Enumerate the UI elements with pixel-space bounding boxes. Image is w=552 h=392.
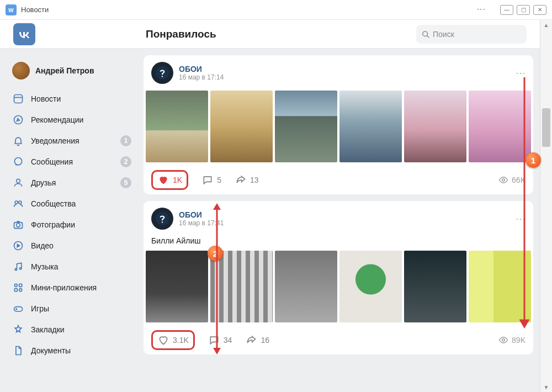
- community-avatar[interactable]: [151, 62, 173, 84]
- svg-point-0: [423, 31, 428, 36]
- eye-icon: [498, 335, 508, 345]
- sidebar-item-games[interactable]: Игры: [7, 298, 137, 319]
- view-count: 66K: [498, 175, 526, 185]
- scrollbar[interactable]: ▲ ▼: [540, 20, 552, 392]
- svg-rect-14: [14, 289, 17, 292]
- community-avatar[interactable]: [151, 208, 173, 230]
- post-image[interactable]: [339, 91, 402, 162]
- post-images: [144, 251, 533, 326]
- comment-icon: [208, 334, 220, 346]
- svg-rect-16: [14, 307, 23, 311]
- window-titlebar: w Новости ⋮ — ▢ ✕: [0, 0, 552, 20]
- sidebar-item-messages[interactable]: Сообщения 2: [7, 151, 137, 172]
- badge: 2: [120, 156, 131, 167]
- comment-button[interactable]: 5: [201, 174, 221, 186]
- post-image[interactable]: [275, 91, 337, 162]
- sidebar-item-documents[interactable]: Документы: [7, 340, 137, 361]
- feed: ОБОИ 16 мар в 17:14 ⋯: [144, 49, 540, 370]
- svg-point-10: [15, 268, 17, 270]
- svg-point-5: [15, 201, 18, 204]
- scroll-down-arrow[interactable]: ▼: [540, 382, 552, 392]
- sidebar-item-label: Мини-приложения: [31, 283, 97, 292]
- sidebar-item-label: Игры: [31, 304, 49, 313]
- post-author[interactable]: ОБОИ: [179, 65, 224, 73]
- maximize-button[interactable]: ▢: [517, 5, 530, 15]
- avatar: [12, 62, 30, 80]
- camera-icon: [12, 219, 24, 231]
- svg-point-19: [156, 212, 169, 225]
- share-icon: [245, 334, 257, 346]
- sidebar-item-recommendations[interactable]: Рекомендации: [7, 109, 137, 130]
- post-time: 16 мар в 17:41: [179, 219, 224, 227]
- post-image[interactable]: [339, 251, 402, 322]
- post-image[interactable]: [404, 91, 466, 162]
- overflow-menu-icon[interactable]: ⋮: [476, 5, 486, 14]
- post-menu-icon[interactable]: ⋯: [516, 213, 526, 225]
- post-author[interactable]: ОБОИ: [179, 210, 224, 219]
- svg-point-6: [19, 201, 22, 204]
- video-icon: [12, 240, 24, 252]
- sidebar-item-photos[interactable]: Фотографии: [7, 214, 137, 235]
- scroll-thumb[interactable]: [542, 108, 550, 147]
- svg-point-3: [14, 158, 22, 165]
- window-title: Новости: [21, 6, 49, 14]
- sidebar-item-communities[interactable]: Сообщества: [7, 193, 137, 214]
- friends-icon: [12, 177, 24, 189]
- sidebar-item-music[interactable]: Музыка: [7, 256, 137, 277]
- badge: 5: [120, 177, 131, 188]
- svg-point-18: [502, 179, 505, 182]
- vk-logo[interactable]: [13, 23, 35, 45]
- eye-icon: [498, 175, 508, 185]
- post-images: [144, 91, 533, 166]
- sidebar-item-notifications[interactable]: Уведомления 1: [7, 130, 137, 151]
- sidebar-item-mini-apps[interactable]: Мини-приложения: [7, 277, 137, 298]
- svg-point-2: [14, 116, 23, 124]
- bookmark-icon: [12, 324, 24, 336]
- minimize-button[interactable]: —: [500, 5, 513, 15]
- svg-point-20: [502, 339, 505, 342]
- close-button[interactable]: ✕: [533, 5, 546, 15]
- svg-rect-13: [19, 284, 22, 287]
- sidebar-item-label: Фотографии: [31, 220, 75, 229]
- view-count: 89K: [498, 335, 526, 345]
- comment-icon: [201, 174, 214, 186]
- post-image[interactable]: [469, 251, 531, 322]
- communities-icon: [12, 198, 24, 210]
- post-image[interactable]: [146, 251, 208, 322]
- post-menu-icon[interactable]: ⋯: [516, 67, 526, 79]
- scroll-up-arrow[interactable]: ▲: [540, 20, 552, 30]
- topbar: Понравилось Поиск: [0, 20, 540, 49]
- sidebar-item-label: Документы: [31, 346, 71, 355]
- sidebar-item-label: Сообщения: [31, 157, 73, 166]
- sidebar-item-friends[interactable]: Друзья 5: [7, 172, 137, 193]
- sidebar-item-label: Рекомендации: [31, 115, 83, 124]
- page-title: Понравилось: [146, 28, 216, 40]
- sidebar-item-label: Видео: [31, 241, 54, 250]
- sidebar-item-bookmarks[interactable]: Закладки: [7, 319, 137, 340]
- post-image[interactable]: [210, 251, 273, 322]
- search-input[interactable]: Поиск: [416, 25, 527, 44]
- svg-point-12: [14, 284, 17, 287]
- comment-button[interactable]: 34: [208, 334, 232, 346]
- post-text: Билли Айлиш: [144, 236, 533, 251]
- post-image[interactable]: [210, 91, 273, 162]
- like-button[interactable]: 1K: [151, 170, 188, 190]
- sidebar-item-label: Уведомления: [31, 136, 79, 145]
- post: ОБОИ 16 мар в 17:14 ⋯: [144, 55, 533, 194]
- post-image[interactable]: [404, 251, 466, 322]
- post-image[interactable]: [469, 91, 531, 162]
- sidebar: Андрей Петров Новости Рекомендации Уведо…: [0, 49, 144, 370]
- post-image[interactable]: [146, 91, 208, 162]
- share-button[interactable]: 13: [235, 174, 259, 186]
- sidebar-item-profile[interactable]: Андрей Петров: [7, 57, 137, 84]
- sidebar-item-news[interactable]: Новости: [7, 88, 137, 109]
- share-button[interactable]: 16: [245, 334, 269, 346]
- view-count-label: 66K: [512, 176, 526, 184]
- sidebar-item-label: Друзья: [31, 178, 56, 187]
- sidebar-item-label: Закладки: [31, 325, 65, 334]
- like-button[interactable]: 3.1K: [151, 330, 195, 350]
- svg-point-17: [156, 66, 169, 80]
- post-image[interactable]: [275, 251, 337, 322]
- sidebar-item-video[interactable]: Видео: [7, 235, 137, 256]
- view-count-label: 89K: [512, 336, 526, 345]
